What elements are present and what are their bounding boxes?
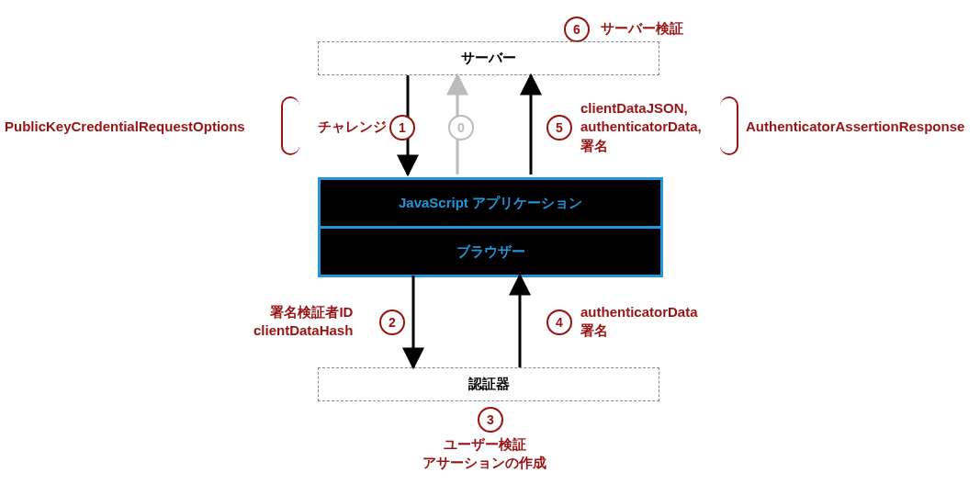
box-authenticator-label: 認証器: [468, 375, 510, 393]
step-2: 2: [379, 310, 405, 335]
label-create-assertion: アサーションの作成: [422, 455, 546, 470]
step-4: 4: [546, 310, 572, 335]
label-client-data-hash: clientDataHash: [253, 322, 353, 338]
label-signature-4: 署名: [580, 322, 608, 338]
label-user-verify: ユーザー検証: [444, 436, 526, 452]
diagram-stage: 6 サーバー検証 サーバー チャレンジ 1 0 5 clientDataJSON…: [0, 0, 980, 484]
label-4-block: authenticatorData 署名: [580, 303, 698, 341]
label-3-block: ユーザー検証 アサーションの作成: [422, 435, 546, 473]
box-authenticator: 認証器: [318, 367, 659, 401]
label-authenticator-data: authenticatorData: [580, 304, 698, 320]
label-rp-id: 署名検証者ID: [270, 304, 353, 320]
label-2-block: 署名検証者ID clientDataHash: [253, 303, 353, 341]
step-3: 3: [478, 407, 503, 433]
